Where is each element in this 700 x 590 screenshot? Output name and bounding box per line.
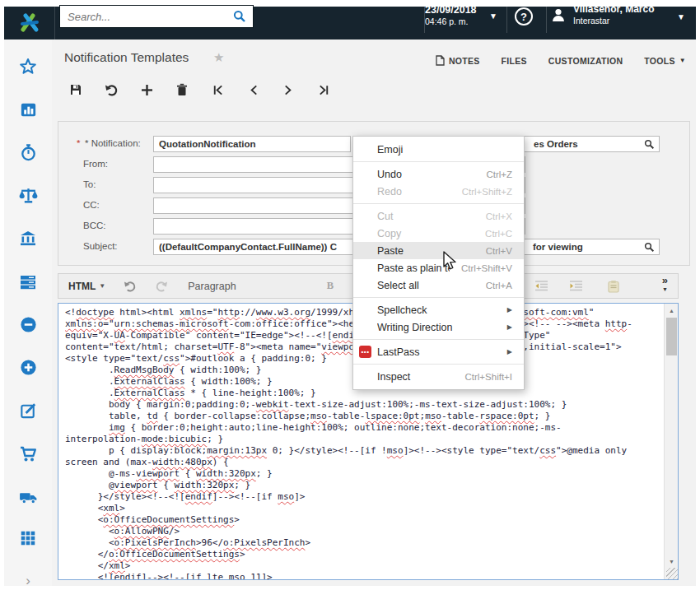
sidebar-item-data-views[interactable]	[4, 97, 52, 122]
sidebar-item-shipping[interactable]	[4, 485, 52, 509]
menu-item-label: Emoji	[377, 144, 512, 156]
go-first-button[interactable]	[208, 81, 226, 99]
editor-redo-icon	[155, 281, 168, 292]
more-chevron-down-icon: ▼	[662, 285, 668, 294]
search-input[interactable]	[60, 11, 233, 23]
menu-item-shortcut: Ctrl+A	[486, 281, 512, 290]
tools-button[interactable]: TOOLS▼	[644, 56, 686, 66]
go-prev-button[interactable]	[244, 81, 262, 99]
sidebar-item-apps[interactable]	[4, 526, 52, 551]
menu-item-select-all[interactable]: Select allCtrl+A	[353, 276, 524, 294]
sidebar-item-balances[interactable]	[4, 183, 52, 207]
plus-circle-icon	[19, 358, 38, 377]
search-icon[interactable]	[233, 10, 246, 23]
go-last-icon	[318, 84, 330, 96]
menu-separator	[353, 339, 524, 340]
subject-lookup-icon[interactable]	[644, 242, 655, 253]
add-button[interactable]	[138, 81, 156, 99]
global-search[interactable]	[59, 5, 254, 28]
sidebar: ›	[4, 39, 52, 586]
time-text: 04:46 p. m.	[425, 16, 477, 26]
app-logo[interactable]	[4, 7, 55, 39]
vertical-scrollbar[interactable]: ▲ ▼	[664, 304, 678, 579]
menu-item-lastpass[interactable]: •••LastPass▶	[353, 343, 524, 360]
menu-item-shortcut: Ctrl+Z	[486, 170, 512, 179]
resize-grip[interactable]	[666, 568, 678, 579]
editor-redo-button[interactable]	[155, 281, 168, 292]
menu-separator	[353, 297, 524, 298]
sidebar-item-lists[interactable]	[4, 270, 52, 295]
indent-icon	[569, 280, 583, 292]
undo-button[interactable]	[102, 81, 120, 99]
tools-chevron-down-icon: ▼	[679, 57, 686, 64]
scrollbar-thumb[interactable]	[666, 318, 677, 355]
go-next-icon	[283, 84, 294, 96]
scroll-down-icon[interactable]: ▼	[665, 555, 679, 568]
page-title: Notification Templates	[64, 50, 189, 65]
menu-item-redo: RedoCtrl+Shift+Z	[353, 183, 524, 200]
screen-lookup-icon[interactable]	[644, 139, 655, 150]
sidebar-item-banking[interactable]	[4, 226, 52, 251]
scales-icon	[18, 185, 39, 206]
customization-label: CUSTOMIZATION	[548, 56, 623, 66]
editor-undo-icon	[124, 281, 137, 292]
paste-style-button[interactable]	[607, 280, 620, 293]
paragraph-style-dropdown[interactable]: Paragraph	[188, 281, 236, 292]
sidebar-item-add[interactable]	[4, 355, 52, 379]
subject-value-right: for viewing	[533, 239, 583, 254]
submenu-arrow-icon: ▶	[507, 306, 512, 314]
star-icon	[18, 57, 38, 77]
user-chevron-down-icon[interactable]: ▼	[677, 12, 685, 21]
scroll-up-icon[interactable]: ▲	[665, 304, 679, 317]
notes-button[interactable]: NOTES	[436, 55, 480, 66]
editor-undo-button[interactable]	[124, 281, 137, 292]
menu-item-paste-as-plain-text[interactable]: Paste as plain textCtrl+Shift+V	[353, 259, 524, 276]
editor-mode-dropdown[interactable]: HTML▼	[68, 281, 105, 292]
menu-item-label: Paste	[377, 245, 474, 257]
menu-item-paste[interactable]: PasteCtrl+V	[353, 242, 524, 259]
minus-circle-icon	[19, 315, 38, 334]
paragraph-label: Paragraph	[188, 281, 236, 292]
business-date[interactable]: 23/09/2018 04:46 p. m.	[425, 4, 477, 26]
required-asterisk: *	[77, 138, 80, 148]
mouse-cursor	[441, 251, 460, 271]
help-button[interactable]: ?	[515, 7, 533, 26]
menu-item-emoji[interactable]: Emoji	[353, 141, 524, 158]
menu-item-undo[interactable]: UndoCtrl+Z	[353, 165, 524, 183]
go-last-button[interactable]	[315, 81, 333, 99]
notification-input[interactable]: QuotationNotification	[153, 136, 351, 152]
sidebar-item-sales[interactable]	[4, 442, 52, 467]
sidebar-expand-chevron-icon[interactable]: ›	[4, 569, 52, 590]
go-next-button[interactable]	[279, 81, 297, 99]
subject-value-left: ((DefaultCompanyContact.FullName)) C	[159, 242, 337, 252]
more-label: »	[662, 276, 668, 285]
customization-button[interactable]: CUSTOMIZATION	[548, 56, 623, 66]
menu-item-shortcut: Ctrl+Shift+I	[464, 372, 512, 382]
bcc-label: BCC:	[83, 221, 105, 230]
date-chevron-down-icon[interactable]: ▼	[489, 12, 497, 21]
menu-item-label: Redo	[377, 186, 450, 197]
menu-item-inspect[interactable]: InspectCtrl+Shift+I	[353, 368, 524, 385]
sidebar-item-time[interactable]	[4, 140, 52, 165]
menu-item-writing-direction[interactable]: Writing Direction▶	[353, 318, 524, 336]
plus-icon	[141, 84, 153, 96]
toolbar-more-button[interactable]: » ▼	[662, 276, 668, 294]
sidebar-item-favorites[interactable]	[4, 54, 52, 79]
topbar-divider	[546, 0, 547, 33]
user-menu[interactable]: Villaseñor, Marco Interastar	[550, 3, 655, 26]
menu-item-shortcut: Ctrl+Shift+Z	[462, 187, 512, 197]
user-name: Villaseñor, Marco	[573, 3, 655, 15]
truck-icon	[18, 487, 39, 508]
sidebar-item-remove[interactable]	[4, 312, 52, 337]
files-button[interactable]: FILES	[502, 56, 527, 66]
favorite-star-icon[interactable]: ★	[213, 50, 224, 65]
outdent-button[interactable]	[534, 280, 548, 292]
indent-button[interactable]	[569, 280, 583, 292]
save-button[interactable]	[67, 81, 85, 99]
sidebar-item-compose[interactable]	[4, 398, 52, 423]
menu-item-label: Copy	[377, 228, 474, 239]
delete-button[interactable]	[173, 81, 191, 99]
menu-item-spellcheck[interactable]: Spellcheck▶	[353, 301, 524, 318]
bold-button[interactable]: B	[327, 280, 334, 292]
menu-item-label: Spellcheck	[377, 304, 501, 316]
